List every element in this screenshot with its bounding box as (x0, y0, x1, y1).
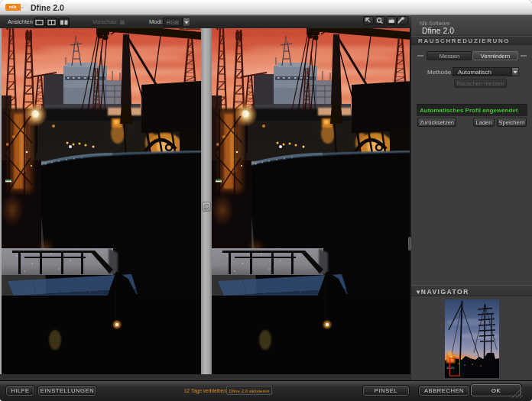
svg-text:100%: 100% (446, 366, 455, 370)
